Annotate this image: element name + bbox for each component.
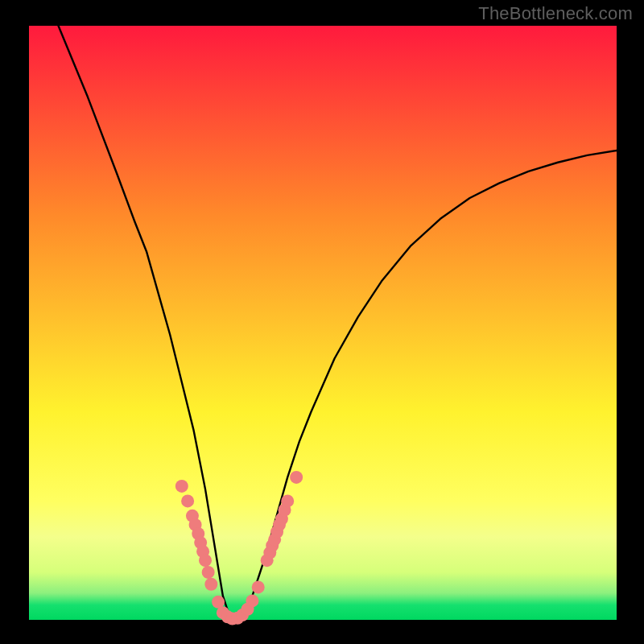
highlight-dot	[199, 554, 212, 567]
highlight-dot	[175, 480, 188, 493]
highlight-dot	[202, 566, 215, 579]
highlight-dot	[181, 494, 194, 507]
highlight-dot	[246, 594, 258, 607]
watermark-label: TheBottleneck.com	[478, 3, 633, 24]
highlight-dot	[290, 471, 303, 484]
chart-frame: TheBottleneck.com	[0, 0, 644, 644]
highlight-dot	[281, 494, 294, 507]
gradient-background	[29, 26, 617, 620]
highlight-dot	[204, 578, 217, 591]
bottleneck-plot	[0, 0, 644, 644]
highlight-dot	[252, 580, 265, 593]
